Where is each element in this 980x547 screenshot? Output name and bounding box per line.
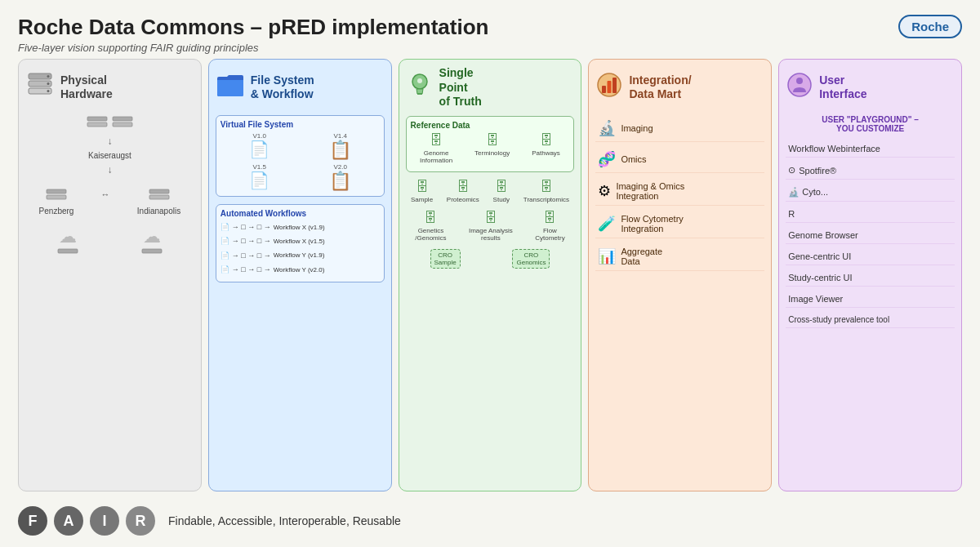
ui-image-viewer: Image Viewer [786, 291, 955, 308]
hardware-icon [25, 70, 55, 105]
vfs-v10: V1.0 📄 [220, 132, 299, 161]
sites-row: Penzberg ↔ Indianapolis [25, 188, 194, 216]
svg-rect-14 [58, 249, 78, 253]
ui-cyto: 🔬 Cyto... [786, 184, 955, 202]
svg-rect-10 [47, 189, 66, 193]
doc-wf3: 📄 [220, 250, 229, 262]
svg-rect-9 [113, 122, 132, 127]
db-label-genome: GenomeInformation [420, 149, 452, 164]
svg-rect-11 [47, 195, 66, 199]
indianapolis-label: Indianapolis [137, 207, 180, 216]
db-terminology: 🗄 Terminology [474, 133, 510, 164]
vfs-v14: V1.4 📋 [301, 132, 380, 161]
db-icon-trans: 🗄 [540, 180, 553, 194]
db-sample: 🗄 Sample [411, 180, 433, 203]
col-header-physical: PhysicalHardware [25, 66, 194, 109]
server-cloud-left [56, 247, 79, 259]
col-body-truth: Reference Data 🗄 GenomeInformation 🗄 Ter… [406, 116, 575, 485]
svg-point-24 [796, 78, 803, 84]
col-title-integration: Integration/Data Mart [629, 73, 691, 102]
int-label-aggregate: AggregateData [621, 247, 662, 266]
ui-spotfire: ⊙ Spotfire® [786, 162, 955, 180]
v20-label: V2.0 [333, 163, 346, 171]
aw-items: 📄 → □ → □ → Workflow X (v1.9) 📄 → □ → □ … [220, 221, 380, 276]
aw-subbox: Automated Workflows 📄 → □ → □ → Workflow… [216, 204, 385, 282]
cro-genomics: CROGenomics [512, 249, 550, 269]
cloud-icon-left: ☁ [59, 226, 77, 247]
ui-study-centric: Study-centric UI [786, 269, 955, 287]
svg-point-18 [417, 78, 422, 83]
db-label-term: Terminology [474, 149, 510, 157]
wf2-label: Workflow X (v1.5) [274, 236, 325, 247]
spotfire-label: Spotfire® [799, 166, 836, 176]
db-icon-img: 🗄 [484, 211, 497, 225]
db-label-prot: Proteomics [447, 196, 479, 203]
aw-title: Automated Workflows [220, 209, 380, 218]
ui-genome-browser: Genome Browser [786, 227, 955, 244]
badge-f: F [18, 506, 47, 536]
vfs-title: Virtual File System [220, 120, 380, 129]
db-label-sample: Sample [411, 196, 433, 203]
roche-logo: Roche [898, 15, 962, 38]
column-physical: PhysicalHardware ↓ Kaiseraugst ↓ Penzber… [18, 59, 202, 491]
cloud-icon-right: ☁ [143, 226, 161, 247]
server-penzberg [45, 188, 68, 204]
int-label-omics: Omics [621, 154, 646, 164]
doc-wf4: 📄 [220, 264, 229, 276]
int-imaging-omics: ⚙ Imaging & OmicsIntegration [595, 177, 764, 206]
col-header-ui: UserInterface [786, 66, 955, 109]
db-imageanalysis: 🗄 Image Analysisresults [469, 211, 513, 242]
svg-point-23 [788, 73, 811, 96]
arrow-wf2: → □ → □ → [232, 235, 271, 247]
db-icon-flow: 🗄 [543, 211, 556, 225]
imaging-icon: 🔬 [598, 119, 616, 137]
wf-item-1: 📄 → □ → □ → Workflow X (v1.9) [220, 221, 380, 233]
v10-label: V1.0 [253, 132, 266, 140]
db-transcriptomics: 🗄 Transcriptomics [523, 180, 569, 203]
vfs-subbox: Virtual File System V1.0 📄 V1.4 📋 V1.5 📄 [216, 115, 385, 197]
header: Roche Data Commons – pRED implementation… [18, 15, 962, 54]
spotfire-icon: ⊙ [788, 165, 795, 176]
arrow-right: ↔ [101, 189, 110, 216]
col-body-physical: ↓ Kaiseraugst ↓ Penzberg ↔ Indianapolis [25, 115, 194, 484]
int-label-imaging-omics: Imaging & OmicsIntegration [616, 181, 684, 201]
v14-label: V1.4 [333, 132, 346, 140]
ref-row1: 🗄 GenomeInformation 🗄 Terminology 🗄 Path… [411, 133, 570, 164]
db-icon-genome: 🗄 [430, 133, 443, 148]
column-filesystem: File System& Workflow Virtual File Syste… [208, 59, 392, 491]
col-body-ui: USER "PLAYGROUND" –YOU CUSTOMIZE Workflo… [786, 115, 955, 484]
main-content: PhysicalHardware ↓ Kaiseraugst ↓ Penzber… [18, 59, 962, 491]
svg-rect-8 [113, 117, 132, 121]
v15-label: V1.5 [253, 163, 266, 171]
svg-rect-12 [149, 189, 169, 193]
arrow-down: ↓ [107, 136, 112, 147]
badge-i: I [90, 506, 119, 536]
ui-gene-centric: Gene-centric UI [786, 248, 955, 265]
col-title-ui: UserInterface [819, 73, 866, 102]
sample-row: 🗄 Sample 🗄 Proteomics 🗄 Study 🗄 Transcri… [406, 180, 575, 203]
user-icon [786, 71, 813, 105]
vfs-v20: V2.0 📋 [301, 163, 380, 192]
db-label-gen: Genetics/Genomics [415, 227, 446, 242]
arrow-wf4: → □ → □ → [232, 264, 271, 276]
int-label-imaging: Imaging [621, 123, 653, 133]
col-header-truth: SinglePointof Truth [406, 66, 575, 109]
col-header-integration: Integration/Data Mart [595, 66, 764, 109]
penzberg-label: Penzberg [39, 207, 74, 216]
col-title-filesystem: File System& Workflow [251, 73, 314, 102]
wf3-label: Workflow Y (v1.9) [274, 250, 325, 261]
doc-icon-2: 📋 [329, 140, 351, 161]
svg-rect-13 [149, 195, 169, 199]
server-icon-1 [86, 115, 109, 131]
lightbulb-icon [406, 71, 434, 105]
db-genetics: 🗄 Genetics/Genomics [415, 211, 446, 242]
col-title-truth: SinglePointof Truth [439, 66, 482, 109]
ref-title: Reference Data [411, 121, 570, 130]
svg-rect-15 [142, 249, 162, 253]
db-pathways: 🗄 Pathways [532, 133, 560, 164]
svg-rect-21 [608, 81, 612, 93]
doc-icon-4: 📋 [329, 171, 351, 192]
cro-row: CROSample CROGenomics [406, 249, 575, 269]
chart-icon [595, 71, 623, 105]
db-label-path: Pathways [532, 149, 560, 157]
